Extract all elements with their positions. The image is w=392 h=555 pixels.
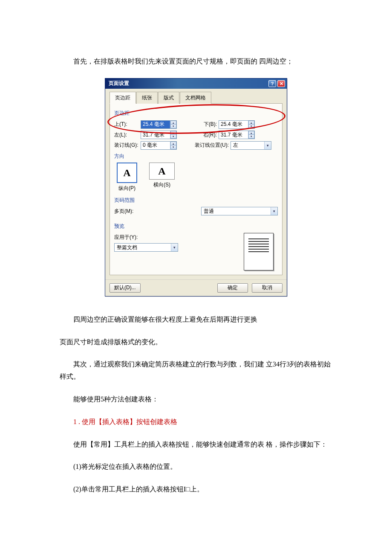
tab-margins[interactable]: 页边距 — [110, 92, 136, 104]
input-bottom[interactable] — [219, 121, 248, 128]
spin-down-icon[interactable]: ▾ — [248, 125, 254, 128]
row-gutter: 装订线(G): ▴ ▾ 装订线位置(U): 左 ▾ — [114, 141, 278, 150]
spinner-top[interactable]: ▴ ▾ — [141, 120, 177, 129]
default-button[interactable]: 默认(D)... — [110, 283, 141, 293]
select-gutter-pos-value: 左 — [233, 141, 238, 150]
paragraph-5: 能够使用5种方法创建表格： — [60, 393, 332, 406]
spinner-left[interactable]: ▴ ▾ — [141, 131, 177, 139]
ok-button[interactable]: 确定 — [217, 283, 248, 293]
orientation-portrait[interactable]: A 纵向(P) — [117, 163, 137, 193]
select-apply-to-value: 整篇文档 — [117, 243, 137, 253]
label-gutter: 装订线(G): — [114, 141, 141, 150]
spin-up-icon[interactable]: ▴ — [170, 121, 176, 125]
chevron-down-icon[interactable]: ▾ — [171, 244, 178, 251]
paragraph-4: 其次，通过观察我们来确定简历表格建立的行数与列数，我们建 立34行3列的表格初始… — [60, 358, 332, 383]
orientation-row: A 纵向(P) A 横向(S) — [117, 163, 278, 193]
tab-strip: 页边距 纸张 版式 文档网格 — [110, 91, 282, 104]
landscape-icon: A — [149, 163, 175, 180]
titlebar-buttons: ? ✕ — [268, 80, 285, 87]
row-multipage: 多页(M): 普通 ▾ — [114, 207, 278, 216]
dialog-titlebar[interactable]: 页面设置 ? ✕ — [105, 78, 287, 89]
portrait-glyph: A — [123, 164, 130, 182]
paragraph-intro: 首先，在排版表格时我们先来设置页面的尺寸规格，即页面的 四周边空； — [60, 55, 332, 68]
row-top-bottom: 上(T): ▴ ▾ 下(B): ▴ — [114, 120, 278, 129]
group-label-range: 页码范围 — [114, 196, 278, 205]
label-right: 右(R): — [192, 131, 217, 140]
group-label-margins: 页边距 — [114, 109, 278, 118]
spin-up-icon[interactable]: ▴ — [170, 131, 176, 135]
paragraph-2: 四周边空的正确设置能够在很大程度上避免在后期再进行更换 — [60, 314, 332, 326]
dialog-screenshot-wrap: 页面设置 ? ✕ 页边距 纸张 版式 文档网格 页边距 上(T — [60, 78, 332, 296]
input-left[interactable] — [141, 131, 170, 139]
spin-down-icon[interactable]: ▾ — [248, 135, 254, 139]
dialog-footer: 默认(D)... 确定 取消 — [105, 279, 287, 296]
label-gutter-pos: 装订线位置(U): — [192, 141, 229, 150]
select-multipage[interactable]: 普通 ▾ — [201, 207, 278, 215]
tab-panel-margins: 页边距 上(T): ▴ ▾ 下(B): — [110, 104, 282, 275]
spinner-bottom[interactable]: ▴ ▾ — [219, 120, 255, 129]
paragraph-6: 使用【常用】工具栏上的插入表格按钮，能够快速创建通常的表 格，操作步骤如下： — [60, 439, 332, 451]
landscape-glyph: A — [158, 162, 165, 180]
input-right[interactable] — [219, 131, 248, 139]
group-label-preview: 预览 — [114, 222, 278, 231]
page-setup-dialog: 页面设置 ? ✕ 页边距 纸张 版式 文档网格 页边距 上(T — [105, 78, 287, 296]
group-label-orientation: 方向 — [114, 152, 278, 161]
heading-method-1: 1 . 使用【插入表格】按钮创建表格 — [60, 416, 332, 428]
spin-down-icon[interactable]: ▾ — [170, 145, 176, 149]
apply-to-block: 应用于(Y): 整篇文档 ▾ — [114, 233, 178, 252]
select-apply-to[interactable]: 整篇文档 ▾ — [114, 243, 178, 252]
portrait-icon: A — [117, 163, 137, 183]
dialog-title: 页面设置 — [109, 79, 129, 88]
label-left: 左(L): — [114, 131, 141, 140]
paragraph-7: (1)将光标定位在插入表格的位置。 — [60, 461, 332, 473]
preview-page-icon — [244, 233, 274, 270]
document-page: 首先，在排版表格时我们先来设置页面的尺寸规格，即页面的 四周边空； 页面设置 ?… — [0, 0, 392, 540]
chevron-down-icon[interactable]: ▾ — [271, 207, 277, 215]
tab-layout[interactable]: 版式 — [158, 92, 179, 104]
paragraph-3: 页面尺寸时造成排版格式的变化。 — [60, 336, 332, 349]
spin-up-icon[interactable]: ▴ — [170, 142, 176, 145]
close-icon[interactable]: ✕ — [277, 80, 285, 87]
landscape-label: 横向(S) — [149, 180, 175, 190]
paragraph-8: (2)单击常用工具栏上的插入表格按钮I□上。 — [60, 483, 332, 496]
select-multipage-value: 普通 — [204, 207, 214, 216]
cancel-button[interactable]: 取消 — [252, 283, 282, 293]
spin-down-icon[interactable]: ▾ — [170, 125, 176, 128]
label-multipage: 多页(M): — [114, 207, 141, 216]
footer-right: 确定 取消 — [217, 283, 282, 293]
label-bottom: 下(B): — [192, 120, 217, 129]
label-apply-to: 应用于(Y): — [114, 233, 178, 242]
orientation-landscape[interactable]: A 横向(S) — [149, 163, 175, 193]
spinner-right[interactable]: ▴ ▾ — [219, 131, 255, 139]
input-gutter[interactable] — [141, 142, 170, 149]
preview-row: 应用于(Y): 整篇文档 ▾ — [114, 233, 278, 270]
spin-down-icon[interactable]: ▾ — [170, 135, 176, 139]
select-gutter-pos[interactable]: 左 ▾ — [231, 141, 271, 150]
spin-up-icon[interactable]: ▴ — [248, 121, 254, 125]
dialog-body: 页边距 纸张 版式 文档网格 页边距 上(T): ▴ ▾ — [105, 89, 287, 279]
help-icon[interactable]: ? — [268, 80, 276, 87]
tab-grid[interactable]: 文档网格 — [180, 92, 211, 104]
row-left-right: 左(L): ▴ ▾ 右(R): ▴ — [114, 131, 278, 140]
spin-up-icon[interactable]: ▴ — [248, 131, 254, 135]
spinner-gutter[interactable]: ▴ ▾ — [141, 141, 177, 150]
input-top[interactable] — [141, 121, 170, 128]
chevron-down-icon[interactable]: ▾ — [264, 142, 271, 149]
portrait-label: 纵向(P) — [117, 184, 137, 193]
tab-paper[interactable]: 纸张 — [136, 92, 158, 104]
label-top: 上(T): — [114, 120, 141, 129]
